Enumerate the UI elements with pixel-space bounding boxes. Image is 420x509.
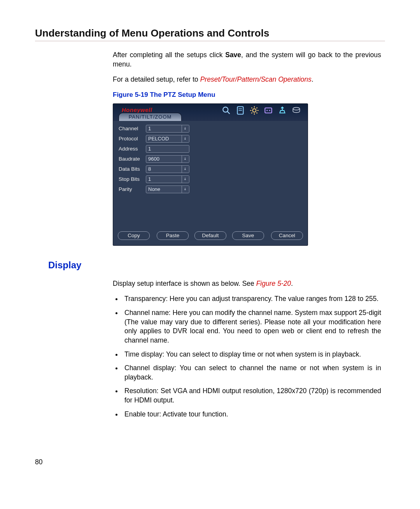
figure-caption: Figure 5-19 The PTZ Setup Menu (113, 91, 381, 100)
protocol-label: Protocol (119, 135, 146, 142)
databits-dropdown[interactable]: 8 (146, 165, 189, 173)
dvr-footer: Copy Paste Default Save Cancel (113, 229, 308, 245)
list-item: Enable tour: Activate tour function. (122, 410, 381, 419)
list-item: Resolution: Set VGA and HDMI output reso… (122, 387, 381, 405)
address-input[interactable]: 1 (146, 145, 189, 153)
databits-value: 8 (146, 166, 182, 173)
stopbits-dropdown[interactable]: 1 (146, 175, 189, 183)
channel-dropdown[interactable]: 1 (146, 125, 189, 133)
chevron-down-icon[interactable] (182, 186, 189, 193)
cancel-button[interactable]: Cancel (271, 231, 303, 240)
address-label: Address (119, 145, 146, 152)
paste-button[interactable]: Paste (157, 231, 189, 240)
parity-value: None (146, 186, 182, 193)
parity-dropdown[interactable]: None (146, 185, 189, 193)
list-item: Channel display: You can select to chann… (122, 364, 381, 382)
advanced-icon[interactable] (262, 105, 274, 116)
default-button[interactable]: Default (194, 231, 226, 240)
save-button[interactable]: Save (232, 231, 264, 240)
baudrate-value: 9600 (146, 156, 182, 163)
page-number: 80 (35, 458, 42, 466)
stopbits-value: 1 (146, 176, 182, 183)
parity-label: Parity (119, 186, 146, 193)
dvr-body: Channel 1 Protocol PELCOD Address (113, 121, 308, 229)
svg-point-7 (266, 110, 268, 111)
svg-point-5 (253, 108, 256, 112)
text: After completing all the setups click (113, 51, 225, 59)
svg-point-8 (269, 110, 270, 111)
display-bullet-list: Transparency: Here you can adjust transp… (122, 294, 381, 419)
tab-pan-tilt-zoom[interactable]: PAN/TILT/ZOOM (119, 113, 182, 121)
backup-icon[interactable] (276, 105, 288, 116)
intro-paragraph-2: For a detailed setup, refer to Preset/To… (113, 75, 381, 84)
stopbits-label: Stop Bits (119, 176, 146, 183)
text: For a detailed setup, refer to (113, 75, 200, 83)
chevron-down-icon[interactable] (182, 125, 189, 132)
intro-paragraph-1: After completing all the setups click Sa… (113, 51, 381, 69)
text: . (291, 280, 293, 287)
dvr-header: Honeywell PAN/TILT/ZOOM (113, 104, 308, 121)
text: . (312, 75, 313, 83)
setting-icon[interactable] (248, 105, 260, 116)
header-icon-row (220, 105, 302, 116)
section-display: Display (48, 260, 385, 271)
chevron-down-icon[interactable] (182, 176, 189, 183)
baudrate-dropdown[interactable]: 9600 (146, 155, 189, 163)
shutdown-icon[interactable] (290, 105, 302, 116)
search-icon[interactable] (220, 105, 232, 116)
databits-label: Data Bits (119, 166, 146, 173)
svg-point-9 (293, 107, 299, 110)
display-intro: Display setup interface is shown as belo… (113, 279, 381, 289)
svg-rect-6 (265, 108, 271, 113)
baudrate-label: Baudrate (119, 156, 146, 163)
svg-line-1 (227, 111, 230, 114)
chevron-down-icon[interactable] (182, 135, 189, 142)
info-icon[interactable] (234, 105, 246, 116)
address-value: 1 (146, 145, 189, 152)
protocol-dropdown[interactable]: PELCOD (146, 135, 189, 143)
preset-link: Preset/Tour/Pattern/Scan Operations (200, 75, 312, 83)
list-item: Channel name: Here you can modify the ch… (122, 308, 381, 345)
chevron-down-icon[interactable] (182, 166, 189, 173)
channel-label: Channel (119, 125, 146, 132)
ptz-setup-menu: Honeywell PAN/TILT/ZOOM Channel 1 (113, 103, 308, 246)
protocol-value: PELCOD (146, 135, 182, 142)
save-word: Save (225, 51, 241, 59)
list-item: Time display: You can select to display … (122, 350, 381, 359)
channel-value: 1 (146, 125, 182, 132)
figure-ref: Figure 5-20 (256, 280, 291, 287)
list-item: Transparency: Here you can adjust transp… (122, 294, 381, 304)
page-title: Understanding of Menu Operations and Con… (35, 27, 385, 41)
chevron-down-icon[interactable] (182, 156, 189, 163)
copy-button[interactable]: Copy (118, 231, 150, 240)
text: Display setup interface is shown as belo… (113, 280, 256, 287)
